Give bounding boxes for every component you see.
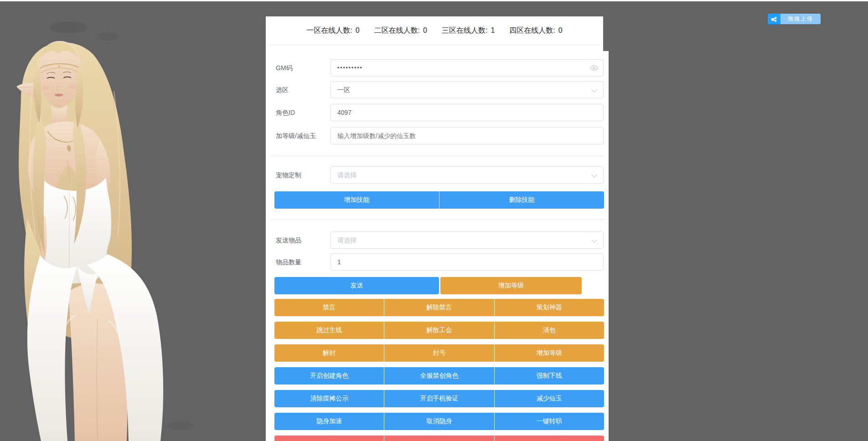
eye-icon[interactable] — [590, 65, 598, 71]
section-divider — [270, 219, 604, 220]
zone2-online-value: 0 — [423, 26, 427, 35]
gm-code-label: GM码 — [276, 59, 293, 77]
level-jade-field[interactable] — [331, 127, 604, 144]
gm-form-panel: GM码 选区 一区 角色ID 加等级/减仙玉 宠物定制 请选择 — [266, 51, 609, 441]
zone1-online-label: 一区在线人数: — [306, 26, 352, 36]
level-jade-label: 加等级/减仙玉 — [276, 127, 316, 144]
unmute-button[interactable]: 解除禁言 — [384, 299, 494, 316]
cloud-drive-icon[interactable] — [768, 14, 780, 24]
item-qty-label: 物品数量 — [276, 253, 301, 271]
item-qty-row: 物品数量 — [266, 253, 609, 271]
level-jade-input[interactable] — [331, 128, 603, 144]
zone-select-row: 选区 一区 — [266, 81, 609, 98]
zone3-online-label: 三区在线人数: — [442, 26, 487, 36]
skill-button-group: 增加技能 删除技能 — [274, 191, 604, 209]
warning-button-row-1: 禁言 解除禁言 策划神器 — [274, 299, 604, 316]
delete-skill-button[interactable]: 删除技能 — [439, 191, 604, 209]
unban-button[interactable]: 解封 — [274, 344, 384, 362]
send-button[interactable]: 发送 — [274, 277, 439, 294]
send-item-placeholder: 请选择 — [331, 232, 603, 248]
send-item-row: 发送物品 请选择 — [266, 231, 609, 249]
danger-button-row — [274, 436, 604, 441]
warning-button-row-3: 解封 封号 增加等级 — [274, 344, 604, 362]
clear-stall-notice-button[interactable]: 清除摆摊公示 — [274, 390, 384, 407]
danger-button-1[interactable] — [274, 436, 384, 441]
pet-select-row: 宠物定制 请选择 — [266, 166, 609, 184]
stealth-speed-button[interactable]: 隐身加速 — [274, 413, 384, 430]
pet-select-label: 宠物定制 — [276, 166, 301, 184]
primary-button-row-2: 清除摆摊公示 开启手机验证 减少仙玉 — [274, 390, 604, 407]
add-level-button[interactable]: 增加等级 — [440, 277, 582, 294]
zone2-online-label: 二区在线人数: — [374, 26, 420, 36]
drag-upload-button[interactable]: 拖拽上传 — [780, 14, 821, 24]
send-item-select[interactable]: 请选择 — [331, 231, 604, 249]
disband-guild-button[interactable]: 解散工会 — [384, 322, 494, 339]
enable-create-role-button[interactable]: 开启创建角色 — [274, 367, 384, 385]
section-divider — [270, 156, 604, 156]
planner-tool-button[interactable]: 策划神器 — [495, 299, 604, 316]
cancel-stealth-button[interactable]: 取消隐身 — [384, 413, 494, 430]
zone3-online-stat: 三区在线人数: 1 — [442, 26, 495, 36]
zone2-online-stat: 二区在线人数: 0 — [374, 26, 427, 36]
zone-select[interactable]: 一区 — [331, 81, 604, 98]
primary-button-row-1: 开启创建角色 全服禁创角色 强制下线 — [274, 367, 604, 385]
online-stats-bar: 一区在线人数: 0 二区在线人数: 0 三区在线人数: 1 四区在线人数: 0 — [266, 16, 603, 51]
gm-code-field[interactable] — [331, 59, 604, 77]
zone-select-label: 选区 — [276, 81, 289, 98]
one-key-job-change-button[interactable]: 一键转职 — [495, 413, 604, 430]
danger-button-2[interactable] — [384, 436, 494, 441]
warning-button-row-2: 跳过主线 解散工会 清包 — [274, 322, 604, 339]
send-item-label: 发送物品 — [276, 231, 301, 249]
pet-select-placeholder: 请选择 — [331, 167, 603, 183]
item-qty-field[interactable] — [331, 253, 604, 271]
skip-mainline-button[interactable]: 跳过主线 — [274, 322, 384, 339]
role-id-row: 角色ID — [266, 104, 609, 121]
pet-select[interactable]: 请选择 — [331, 166, 604, 184]
elf-artwork-svg — [0, 0, 258, 441]
item-qty-input[interactable] — [331, 254, 603, 270]
mute-button[interactable]: 禁言 — [274, 299, 384, 316]
role-id-label: 角色ID — [276, 104, 295, 121]
zone1-online-stat: 一区在线人数: 0 — [306, 26, 359, 36]
zone4-online-value: 0 — [558, 26, 563, 35]
enable-phone-verify-button[interactable]: 开启手机验证 — [384, 390, 494, 407]
reduce-jade-button[interactable]: 减少仙玉 — [495, 390, 604, 407]
zone3-online-value: 1 — [491, 26, 495, 35]
force-offline-button[interactable]: 强制下线 — [495, 367, 604, 385]
zone1-online-value: 0 — [356, 26, 360, 35]
drag-upload-widget[interactable]: 拖拽上传 — [768, 14, 821, 24]
elf-character-artwork — [0, 0, 258, 441]
add-skill-button[interactable]: 增加技能 — [274, 191, 439, 209]
gm-code-row: GM码 — [266, 59, 609, 77]
role-id-field[interactable] — [331, 104, 604, 121]
level-jade-row: 加等级/减仙玉 — [266, 127, 609, 144]
add-level-alt-button[interactable]: 增加等级 — [495, 344, 604, 362]
zone4-online-label: 四区在线人数: — [509, 26, 555, 36]
primary-button-row-3: 隐身加速 取消隐身 一键转职 — [274, 413, 604, 430]
role-id-input[interactable] — [331, 104, 603, 121]
zone-select-value: 一区 — [331, 82, 603, 98]
gm-code-input[interactable] — [331, 60, 603, 76]
forbid-create-role-button[interactable]: 全服禁创角色 — [384, 367, 494, 385]
clear-bag-button[interactable]: 清包 — [495, 322, 604, 339]
danger-button-3[interactable] — [495, 436, 604, 441]
ban-button[interactable]: 封号 — [384, 344, 494, 362]
zone4-online-stat: 四区在线人数: 0 — [509, 26, 562, 36]
send-actions-row: 发送 增加等级 — [266, 277, 609, 294]
online-stats: 一区在线人数: 0 二区在线人数: 0 三区在线人数: 1 四区在线人数: 0 — [268, 16, 601, 45]
